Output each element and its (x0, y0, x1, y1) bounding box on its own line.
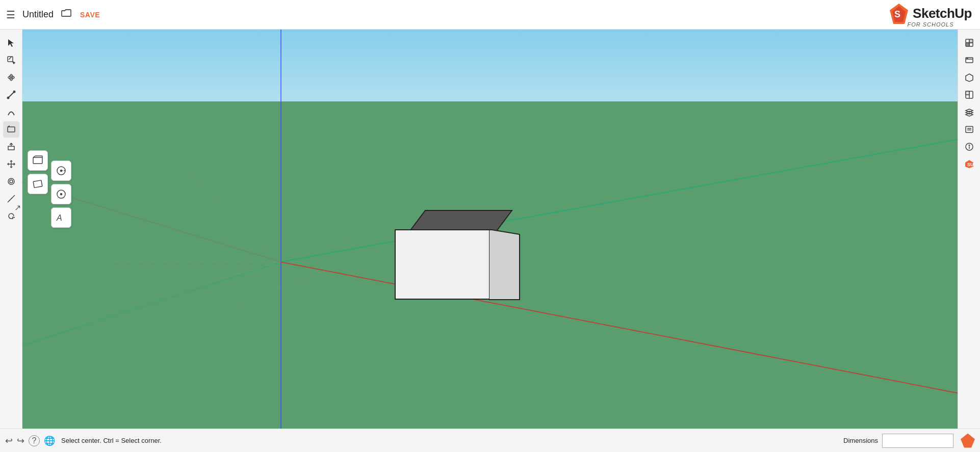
svg-rect-51 (966, 126, 973, 132)
right-tool-materials[interactable] (961, 87, 977, 103)
right-tool-components[interactable] (961, 69, 977, 86)
shape-submenu-right: A (51, 161, 71, 228)
save-button[interactable]: SAVE (80, 11, 100, 19)
svg-marker-28 (489, 229, 520, 300)
undo-button[interactable]: ↩ (5, 435, 13, 446)
svg-rect-29 (33, 157, 42, 164)
tool-push-pull[interactable] (3, 139, 19, 155)
right-tool-entity-info[interactable] (961, 139, 977, 155)
svg-point-14 (8, 178, 14, 184)
svg-line-18 (11, 198, 12, 199)
canvas-area[interactable] (22, 30, 980, 429)
tool-shape[interactable] (3, 121, 19, 138)
svg-rect-10 (8, 127, 15, 132)
svg-text:S: S (894, 9, 900, 19)
menu-icon[interactable]: ☰ (6, 9, 15, 21)
brand-name: SketchUp (913, 6, 972, 21)
svg-rect-41 (966, 39, 969, 43)
tool-select[interactable] (3, 35, 19, 51)
folder-icon[interactable] (61, 7, 73, 22)
svg-marker-47 (966, 74, 973, 82)
submenu-freehand[interactable]: A (51, 207, 71, 228)
svg-rect-42 (969, 39, 973, 43)
svg-text:A: A (56, 214, 62, 222)
tool-rotate[interactable] (3, 208, 19, 224)
svg-text:SU: SU (967, 162, 974, 167)
svg-rect-50 (966, 91, 969, 95)
brand-tagline: FOR SCHOOLS (908, 21, 954, 28)
dimensions-label: Dimensions (843, 437, 878, 444)
svg-rect-34 (33, 180, 42, 188)
right-tool-scenes[interactable] (961, 52, 977, 68)
submenu-circle[interactable] (51, 161, 71, 181)
shape-submenu (28, 150, 48, 194)
globe-button[interactable]: 🌐 (44, 435, 55, 446)
submenu-polygon[interactable] (51, 184, 71, 204)
tool-line[interactable] (3, 87, 19, 103)
tool-offset[interactable] (3, 173, 19, 190)
svg-point-46 (967, 58, 968, 59)
bottom-sketchup-logo (961, 434, 975, 448)
status-text: Select center. Ctrl = Select corner. (61, 437, 839, 444)
tool-move[interactable] (3, 156, 19, 172)
svg-line-17 (9, 200, 10, 201)
help-button[interactable]: ? (29, 435, 40, 446)
right-tool-outliner[interactable] (961, 121, 977, 138)
left-toolbar (0, 30, 22, 429)
3d-box (395, 203, 512, 300)
page-title: Untitled (22, 9, 54, 20)
svg-marker-27 (410, 210, 512, 231)
tool-orbit[interactable] (3, 69, 19, 86)
submenu-rectangle[interactable] (28, 150, 48, 171)
svg-point-15 (10, 180, 13, 183)
svg-rect-43 (966, 43, 969, 46)
right-tool-layers[interactable] (961, 104, 977, 120)
svg-line-7 (8, 92, 14, 98)
tool-arc[interactable] (3, 104, 19, 120)
header: ☰ Untitled SAVE S SketchUp FOR SCHOOLS (0, 0, 980, 30)
tool-tape[interactable] (3, 191, 19, 207)
svg-point-56 (969, 145, 970, 146)
right-tool-styles[interactable] (961, 35, 977, 51)
box-front-face (395, 229, 492, 300)
right-tool-sketchup[interactable]: SU (961, 156, 977, 172)
svg-point-9 (13, 91, 15, 93)
box-right-face (489, 229, 522, 303)
svg-rect-44 (969, 43, 973, 46)
svg-rect-13 (8, 146, 14, 150)
svg-point-39 (61, 194, 62, 195)
submenu-rotated-rectangle[interactable] (28, 174, 48, 194)
svg-point-6 (11, 77, 12, 78)
redo-button[interactable]: ↪ (17, 435, 24, 446)
blue-axis (280, 30, 281, 429)
sketchup-logo: S SketchUp FOR SCHOOLS (889, 3, 972, 28)
right-toolbar: SU (958, 30, 980, 429)
bottom-bar: ↩ ↪ ? 🌐 Select center. Ctrl = Select cor… (0, 429, 980, 452)
dimensions-input[interactable] (882, 434, 953, 448)
svg-point-8 (7, 97, 9, 99)
tool-paint[interactable] (3, 52, 19, 68)
